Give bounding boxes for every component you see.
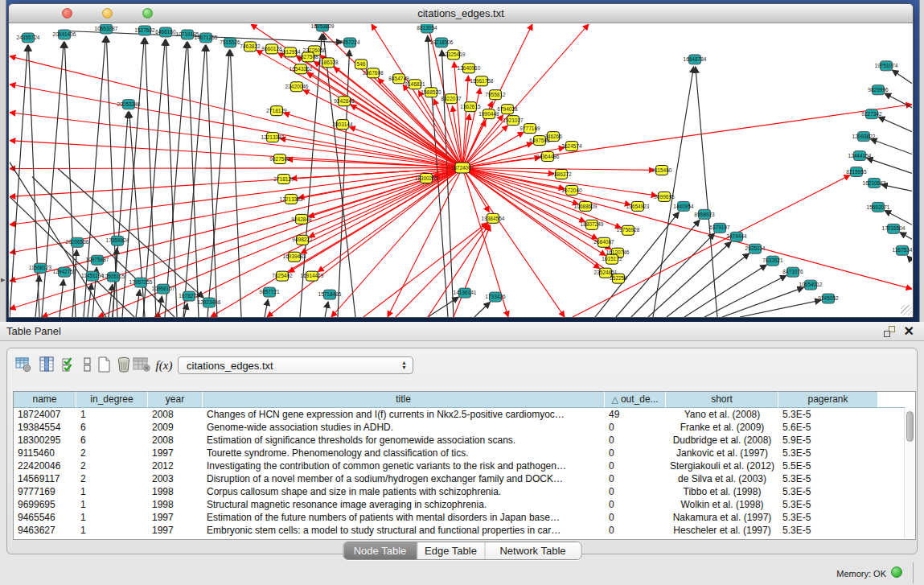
column-header-pagerank[interactable]: pagerank: [778, 392, 878, 408]
network-edge[interactable]: [474, 302, 491, 317]
network-edge[interactable]: [878, 117, 912, 131]
table-cell: 2009: [148, 421, 203, 434]
tab-edge-table[interactable]: Edge Table: [417, 542, 484, 559]
column-header-year[interactable]: year: [148, 392, 203, 408]
delete-table-icon[interactable]: [132, 356, 151, 375]
network-edge[interactable]: [462, 105, 912, 168]
table-cell: 0: [605, 447, 666, 459]
vertical-scrollbar[interactable]: [904, 409, 914, 538]
column-header-short[interactable]: short: [666, 392, 778, 408]
network-edge[interactable]: [325, 302, 328, 317]
column-visibility-icon[interactable]: [37, 356, 56, 375]
network-edge[interactable]: [885, 211, 912, 225]
table-row[interactable]: 977716911998Corpus callosum shape and si…: [14, 485, 915, 498]
network-edge[interactable]: [696, 67, 717, 317]
network-edge[interactable]: [10, 56, 462, 168]
node-label: 8215955: [846, 169, 867, 175]
network-edge[interactable]: [462, 168, 912, 290]
network-edge[interactable]: [870, 139, 912, 154]
network-edge[interactable]: [462, 168, 606, 256]
network-edge[interactable]: [166, 39, 177, 317]
network-edge[interactable]: [187, 42, 199, 317]
network-edge[interactable]: [454, 225, 491, 317]
minimize-window-button[interactable]: [102, 8, 113, 19]
close-panel-icon[interactable]: ✕: [904, 326, 914, 337]
tab-network-table[interactable]: Network Table: [484, 542, 581, 559]
table-row[interactable]: 1872400712008Changes of HCN gene express…: [14, 408, 915, 421]
network-edge[interactable]: [881, 184, 912, 191]
expand-panel-arrow-icon[interactable]: ▶: [1, 277, 5, 283]
node-label: 8958923: [694, 212, 715, 217]
table-row[interactable]: 946362711997Embryonic stem cells: a mode…: [14, 524, 915, 537]
table-selector-dropdown[interactable]: citations_edges.txt ▲▼: [178, 356, 413, 374]
table-row[interactable]: 1938455462009Genome-wide association stu…: [14, 421, 915, 434]
table-row[interactable]: 1456911722003Disruption of a novel membe…: [14, 472, 915, 485]
column-header-out_de[interactable]: △out_de...: [605, 392, 666, 408]
network-edge[interactable]: [885, 93, 912, 108]
network-edge[interactable]: [907, 256, 912, 261]
column-header-name[interactable]: name: [14, 392, 76, 408]
close-window-button[interactable]: [62, 8, 72, 19]
network-edge[interactable]: [740, 300, 821, 317]
float-panel-icon[interactable]: [884, 326, 895, 337]
network-canvas[interactable]: 1872400724355724206914061065328715276026…: [10, 24, 912, 317]
network-edge[interactable]: [363, 223, 487, 317]
node-label: 1362615: [460, 104, 481, 109]
table-mode-icon[interactable]: [14, 356, 33, 375]
table-cell: 18724007: [14, 408, 76, 421]
table-row[interactable]: 946554611997Estimation of the future num…: [14, 511, 915, 524]
network-edge[interactable]: [631, 233, 715, 317]
table-row[interactable]: 969969511998Structural magnetic resonanc…: [14, 498, 915, 511]
node-label: 10654012: [799, 282, 823, 287]
tab-node-table[interactable]: Node Table: [343, 542, 417, 559]
node-label: 16543362: [290, 66, 313, 72]
scrollbar-thumb[interactable]: [906, 411, 914, 442]
table-cell: 2: [76, 472, 148, 485]
node-label: 17016504: [882, 226, 906, 232]
network-edge[interactable]: [573, 175, 850, 317]
delete-column-icon[interactable]: [114, 356, 133, 375]
network-edge[interactable]: [648, 241, 731, 317]
network-edge[interactable]: [206, 45, 217, 317]
network-edge[interactable]: [265, 299, 268, 317]
table-cell: 5.3E-5: [778, 485, 878, 498]
function-builder-icon[interactable]: f(x): [154, 356, 174, 375]
network-edge[interactable]: [122, 38, 144, 317]
network-edge[interactable]: [10, 168, 462, 169]
window-resize-grip[interactable]: [901, 305, 911, 315]
network-edge[interactable]: [136, 290, 140, 317]
node-label: 1167534: [893, 247, 912, 253]
table-row[interactable]: 1830029562008Estimation of significance …: [14, 434, 915, 447]
select-columns-icon[interactable]: [60, 356, 79, 375]
table-row[interactable]: 911546021997Tourette syndrome. Phenomeno…: [14, 447, 915, 459]
table-cell: 1: [76, 524, 148, 537]
new-column-icon[interactable]: [94, 356, 113, 375]
citation-network-graph[interactable]: 1872400724355724206914061065328715276026…: [10, 24, 912, 317]
network-edge[interactable]: [183, 45, 205, 317]
network-edge[interactable]: [10, 141, 462, 168]
column-header-in_degree[interactable]: in_degree: [76, 392, 148, 408]
network-edge[interactable]: [900, 233, 912, 240]
column-header-title[interactable]: title: [203, 392, 605, 408]
network-window-titlebar[interactable]: citations_edges.txt: [9, 4, 913, 23]
network-edge[interactable]: [230, 50, 241, 317]
network-edge[interactable]: [462, 126, 507, 168]
node-label: 1678275: [179, 293, 199, 299]
table-cell: 5.3E-5: [778, 447, 878, 459]
table-cell: 9777169: [14, 485, 76, 498]
network-edge[interactable]: [892, 70, 912, 84]
network-edge[interactable]: [60, 279, 64, 317]
table-row[interactable]: 2242004622012Investigating the contribut…: [14, 459, 915, 472]
network-edge[interactable]: [428, 225, 489, 317]
network-edge[interactable]: [428, 297, 458, 317]
network-edge[interactable]: [58, 169, 203, 299]
network-edge[interactable]: [867, 158, 912, 173]
network-edge[interactable]: [441, 50, 454, 317]
network-edge[interactable]: [10, 113, 462, 168]
table-cell: Genome-wide association studies in ADHD.: [203, 421, 605, 434]
network-edge[interactable]: [303, 90, 462, 168]
zoom-window-button[interactable]: [142, 8, 153, 19]
table-cell: Disruption of a novel member of a sodium…: [203, 472, 605, 485]
network-edge[interactable]: [462, 158, 540, 168]
table-cell: Hescheler et al. (1997): [666, 524, 778, 537]
